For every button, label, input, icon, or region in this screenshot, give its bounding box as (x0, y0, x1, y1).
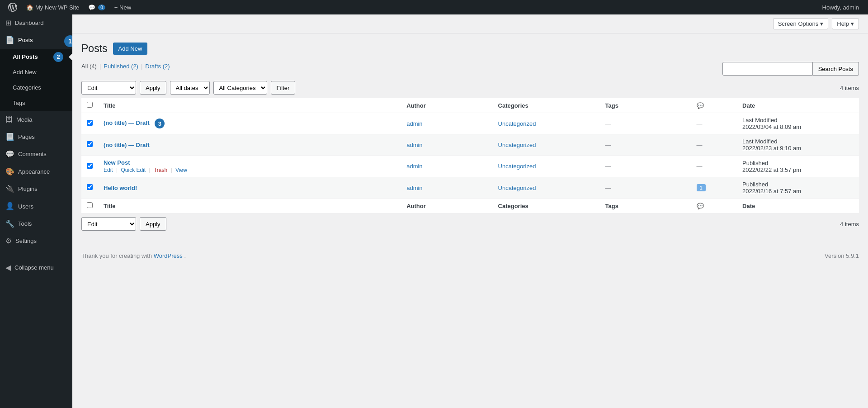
bulk-action-select-bottom[interactable]: Edit Move to Trash (81, 217, 136, 231)
row-checkbox-3 (81, 156, 98, 177)
sidebar-item-tags[interactable]: Tags (0, 95, 72, 111)
select-all-checkbox-bottom[interactable] (87, 202, 93, 208)
th-date[interactable]: Date (737, 98, 859, 113)
date-filter-select[interactable]: All dates (170, 81, 210, 95)
sidebar-item-add-new[interactable]: Add New (0, 65, 72, 80)
tf-comments[interactable]: 💬 (691, 199, 737, 213)
wordpress-link[interactable]: WordPress (154, 252, 183, 259)
table-footer-row: Title Author Categories Tags 💬 Date (81, 199, 859, 213)
category-link-3[interactable]: Uncategorized (498, 163, 536, 170)
th-tags[interactable]: Tags (600, 98, 691, 113)
comment-bubble-4[interactable]: 1 (697, 184, 706, 191)
sidebar-item-posts[interactable]: 📄 Posts 1 (0, 32, 72, 49)
row-action-trash-3[interactable]: Trash (154, 167, 167, 173)
annotation-badge-2: 2 (53, 52, 63, 62)
row-categories-2: Uncategorized (493, 134, 600, 156)
add-new-button[interactable]: Add New (113, 43, 148, 55)
tf-author[interactable]: Author (401, 199, 492, 213)
apply-button-top[interactable]: Apply (140, 81, 166, 95)
author-link-2[interactable]: admin (406, 142, 422, 148)
post-title-link-2[interactable]: (no title) — Draft (104, 142, 150, 148)
row-actions-3: Edit | Quick Edit | Trash | View (104, 167, 396, 173)
filter-tab-drafts[interactable]: Drafts (2) (145, 63, 170, 70)
sidebar-item-dashboard[interactable]: ⊞ Dashboard (0, 14, 72, 32)
select-all-checkbox-top[interactable] (87, 102, 93, 108)
page-title: Posts (81, 43, 108, 55)
screen-options-button[interactable]: Screen Options ▾ (773, 18, 829, 29)
filter-button[interactable]: Filter (271, 81, 296, 95)
search-posts-button[interactable]: Search Posts (813, 62, 859, 76)
tf-title[interactable]: Title (98, 199, 401, 213)
bulk-action-select-top[interactable]: Edit Move to Trash (81, 81, 136, 95)
tf-date[interactable]: Date (737, 199, 859, 213)
wp-logo-item[interactable] (5, 0, 21, 14)
new-item[interactable]: + New (111, 0, 135, 14)
row-sep-2: | (149, 167, 152, 173)
sidebar-label-tools: Tools (18, 220, 32, 228)
th-title[interactable]: Title (98, 98, 401, 113)
th-author[interactable]: Author (401, 98, 492, 113)
row-check-1[interactable] (87, 120, 93, 126)
users-icon: 👤 (5, 201, 14, 211)
date-status-2: Last Modified (742, 138, 854, 145)
sidebar-label-add-new: Add New (13, 68, 37, 76)
site-name-item[interactable]: 🏠 My New WP Site (23, 0, 83, 14)
sidebar-item-tools[interactable]: 🔧 Tools (0, 215, 72, 232)
sidebar-item-pages[interactable]: 📃 Pages (0, 128, 72, 146)
row-tags-4: — (600, 177, 691, 199)
row-comments-3: — (691, 156, 737, 177)
category-filter-select[interactable]: All Categories (213, 81, 267, 95)
comments-dash-1: — (697, 120, 703, 127)
author-link-3[interactable]: admin (406, 163, 422, 170)
sidebar-label-appearance: Appearance (18, 168, 50, 176)
search-input[interactable] (722, 62, 813, 76)
post-title-link-4[interactable]: Hello world! (104, 185, 137, 191)
sidebar-item-all-posts[interactable]: All Posts 2 (0, 49, 72, 65)
row-check-4[interactable] (87, 184, 93, 190)
posts-icon: 📄 (5, 35, 14, 45)
filter-tab-published[interactable]: Published (2) (104, 63, 138, 70)
comment-col-icon-footer: 💬 (697, 203, 704, 209)
author-link-1[interactable]: admin (406, 120, 422, 127)
sidebar-item-media[interactable]: 🖼 Media (0, 111, 72, 128)
th-comments[interactable]: 💬 (691, 98, 737, 113)
sidebar-label-users: Users (18, 203, 33, 211)
row-check-2[interactable] (87, 141, 93, 147)
row-title-2: (no title) — Draft (98, 134, 401, 156)
post-title-link-3[interactable]: New Post (104, 159, 130, 166)
sidebar-item-categories[interactable]: Categories (0, 80, 72, 95)
row-author-1: admin (401, 113, 492, 134)
category-link-2[interactable]: Uncategorized (498, 142, 536, 148)
screen-options-label: Screen Options (778, 20, 819, 27)
apply-button-bottom[interactable]: Apply (140, 217, 166, 231)
post-title-link-1[interactable]: (no title) — Draft (104, 119, 150, 126)
annotation-badge-1: 1 (64, 35, 72, 47)
tf-categories[interactable]: Categories (493, 199, 600, 213)
sidebar-item-collapse[interactable]: ◀ Collapse menu (0, 259, 72, 276)
sidebar-label-pages: Pages (18, 133, 35, 141)
sidebar-label-settings: Settings (15, 237, 37, 245)
th-categories[interactable]: Categories (493, 98, 600, 113)
sidebar-submenu-posts: All Posts 2 Add New Categories Tags (0, 49, 72, 111)
help-button[interactable]: Help ▾ (832, 18, 859, 29)
tf-tags[interactable]: Tags (600, 199, 691, 213)
screen-options-caret: ▾ (820, 20, 823, 27)
row-action-view-3[interactable]: View (175, 167, 187, 173)
sidebar-item-plugins[interactable]: 🔌 Plugins (0, 180, 72, 198)
sidebar-item-appearance[interactable]: 🎨 Appearance (0, 163, 72, 180)
row-check-3[interactable] (87, 163, 93, 169)
comment-icon: 💬 (88, 4, 95, 11)
category-link-4[interactable]: Uncategorized (498, 185, 536, 191)
category-link-1[interactable]: Uncategorized (498, 120, 536, 127)
row-action-edit-3[interactable]: Edit (104, 167, 113, 173)
row-action-quick-edit-3[interactable]: Quick Edit (121, 167, 146, 173)
comments-item[interactable]: 💬 0 (85, 0, 109, 14)
sidebar-item-users[interactable]: 👤 Users (0, 198, 72, 215)
sidebar-item-settings[interactable]: ⚙ Settings (0, 232, 72, 250)
sidebar-item-comments[interactable]: 💬 Comments (0, 146, 72, 163)
row-author-3: admin (401, 156, 492, 177)
filter-tab-all[interactable]: All (4) (81, 63, 97, 70)
date-status-4: Published (742, 181, 854, 188)
comments-dash-3: — (697, 163, 703, 170)
author-link-4[interactable]: admin (406, 185, 422, 191)
